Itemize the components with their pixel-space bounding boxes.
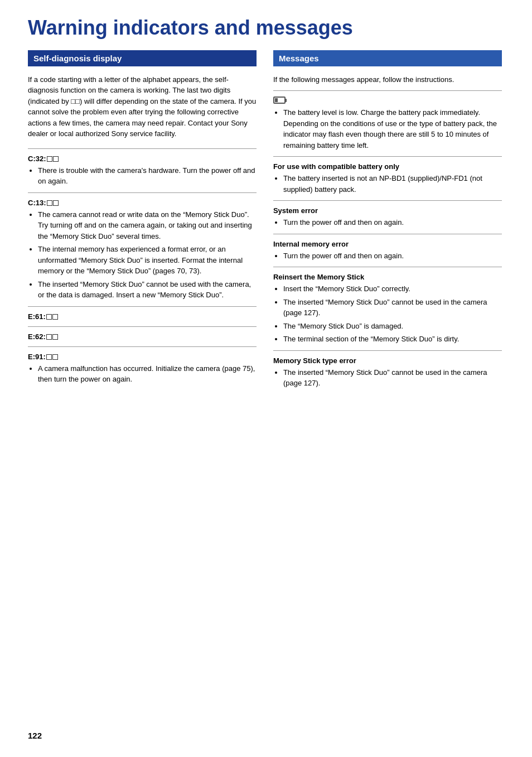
msg-title-reinsert: Reinsert the Memory Stick xyxy=(273,273,502,281)
right-divider-1 xyxy=(273,90,502,91)
right-column: Messages If the following messages appea… xyxy=(273,50,502,391)
e91-bullets: A camera malfunction has occurred. Initi… xyxy=(38,363,257,385)
square-9 xyxy=(46,354,52,360)
msg-title-ms-type-error: Memory Stick type error xyxy=(273,356,502,365)
code-e61: E:61: xyxy=(28,312,257,321)
c13-bullet-1: The camera cannot read or write data on … xyxy=(38,209,257,242)
battery-icon xyxy=(273,97,286,104)
divider-2 xyxy=(28,192,257,193)
battery-icon-fill xyxy=(275,98,278,102)
system-error-bullets: Turn the power off and then on again. xyxy=(283,217,502,228)
code-c13: C:13: xyxy=(28,199,257,207)
divider-5 xyxy=(28,346,257,347)
battery-section: The battery level is low. Charge the bat… xyxy=(273,97,502,151)
square-7 xyxy=(46,334,52,340)
internal-memory-bullets: Turn the power off and then on again. xyxy=(283,250,502,262)
page-number: 122 xyxy=(28,731,42,740)
two-column-layout: Self-diagnosis display If a code startin… xyxy=(28,50,504,391)
square-8 xyxy=(52,334,58,340)
battery-bullet-1: The battery level is low. Charge the bat… xyxy=(283,107,502,151)
square-3 xyxy=(47,200,52,206)
battery-compat-bullet-1: The battery inserted is not an NP-BD1 (s… xyxy=(283,173,502,195)
c13-bullets: The camera cannot read or write data on … xyxy=(38,209,257,301)
square-1 xyxy=(47,156,52,162)
right-divider-5 xyxy=(273,267,502,267)
battery-bullets: The battery level is low. Charge the bat… xyxy=(283,107,502,151)
right-intro-text: If the following messages appear, follow… xyxy=(273,74,502,85)
right-divider-2 xyxy=(273,156,502,157)
c13-bullet-2: The internal memory has experienced a fo… xyxy=(38,244,257,277)
right-divider-3 xyxy=(273,200,502,201)
square-5 xyxy=(46,314,52,320)
c32-bullets: There is trouble with the camera's hardw… xyxy=(38,165,257,187)
code-e62: E:62: xyxy=(28,332,257,341)
reinsert-bullet-4: The terminal section of the “Memory Stic… xyxy=(283,334,502,345)
reinsert-bullet-1: Insert the “Memory Stick Duo” correctly. xyxy=(283,283,502,295)
square-10 xyxy=(52,354,58,360)
left-section-header: Self-diagnosis display xyxy=(28,50,257,66)
c13-bullet-3: The inserted “Memory Stick Duo” cannot b… xyxy=(38,279,257,301)
internal-memory-bullet-1: Turn the power off and then on again. xyxy=(283,250,502,262)
left-column: Self-diagnosis display If a code startin… xyxy=(28,50,257,391)
e91-bullet-1: A camera malfunction has occurred. Initi… xyxy=(38,363,257,385)
right-divider-4 xyxy=(273,234,502,234)
ms-type-error-bullet-1: The inserted “Memory Stick Duo” cannot b… xyxy=(283,367,502,389)
square-2 xyxy=(53,156,59,162)
divider-3 xyxy=(28,306,257,307)
reinsert-bullets: Insert the “Memory Stick Duo” correctly.… xyxy=(283,283,502,345)
right-divider-6 xyxy=(273,350,502,351)
c32-bullet-1: There is trouble with the camera's hardw… xyxy=(38,165,257,187)
reinsert-bullet-3: The “Memory Stick Duo” is damaged. xyxy=(283,321,502,332)
page-title: Warning indicators and messages xyxy=(28,17,504,39)
msg-title-internal-memory: Internal memory error xyxy=(273,240,502,248)
system-error-bullet-1: Turn the power off and then on again. xyxy=(283,217,502,228)
ms-type-error-bullets: The inserted “Memory Stick Duo” cannot b… xyxy=(283,367,502,389)
divider-1 xyxy=(28,148,257,149)
divider-4 xyxy=(28,326,257,327)
msg-title-battery-compat: For use with compatible battery only xyxy=(273,162,502,171)
square-6 xyxy=(52,314,58,320)
battery-compat-bullets: The battery inserted is not an NP-BD1 (s… xyxy=(283,173,502,195)
code-e91: E:91: xyxy=(28,353,257,361)
code-c32: C:32: xyxy=(28,155,257,163)
square-4 xyxy=(53,200,59,206)
reinsert-bullet-2: The inserted “Memory Stick Duo” cannot b… xyxy=(283,297,502,319)
right-section-header: Messages xyxy=(273,50,502,66)
left-intro-text: If a code starting with a letter of the … xyxy=(28,74,257,139)
msg-title-system-error: System error xyxy=(273,206,502,215)
